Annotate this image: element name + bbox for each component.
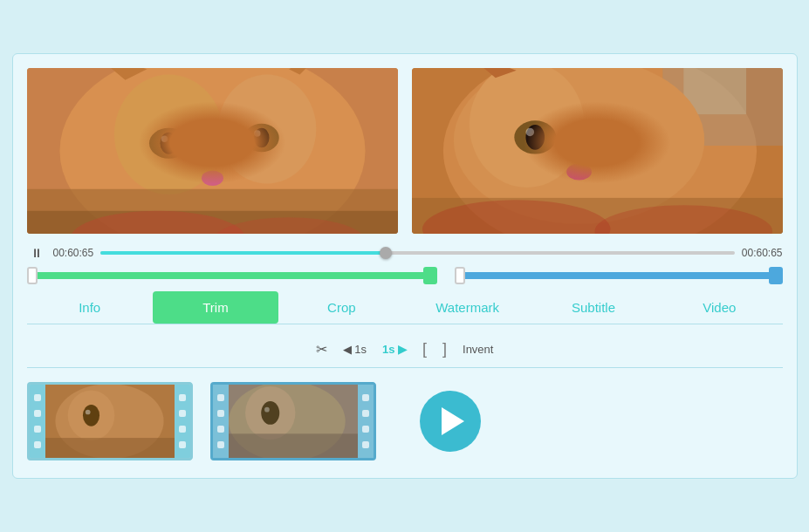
- thumbnail-strip-left: [27, 382, 193, 460]
- film-hole: [217, 426, 224, 433]
- thumbnails-row: [27, 379, 783, 464]
- film-hole: [34, 410, 41, 417]
- tab-crop[interactable]: Crop: [278, 291, 404, 324]
- trim-right-fill: [465, 272, 769, 279]
- time-end-label: 00:60:65: [742, 247, 783, 259]
- video-preview-row: [27, 68, 783, 234]
- timeline-section: ⏸ 00:60:65 00:60:65: [27, 246, 783, 284]
- film-holes-left-right: [175, 385, 190, 458]
- tab-subtitle[interactable]: Subtitle: [531, 291, 656, 324]
- trim-left-start-handle[interactable]: [27, 267, 38, 284]
- cat-image-right: [412, 68, 783, 234]
- film-hole: [362, 426, 369, 433]
- svg-point-5: [243, 124, 278, 153]
- film-holes-left-left: [30, 385, 45, 458]
- film-hole: [362, 394, 369, 401]
- svg-point-9: [254, 130, 261, 137]
- svg-point-2: [114, 75, 223, 195]
- tab-info[interactable]: Info: [27, 291, 153, 324]
- back-1s-button[interactable]: ◀ 1s: [343, 343, 367, 356]
- svg-point-8: [161, 136, 168, 143]
- film-holes-right-right: [358, 385, 374, 458]
- video-preview-right: [412, 68, 783, 234]
- svg-point-4: [149, 128, 189, 159]
- film-hole: [217, 410, 224, 417]
- film-holes-right-left: [213, 385, 229, 458]
- film-hole: [34, 426, 41, 433]
- svg-point-32: [85, 410, 90, 415]
- trim-left-fill: [38, 272, 423, 279]
- video-preview-left: [27, 68, 398, 234]
- pause-button[interactable]: ⏸: [27, 246, 46, 260]
- trim-left-end-handle[interactable]: [423, 267, 437, 284]
- thumbnail-image-right: [229, 385, 358, 458]
- film-hole: [179, 410, 186, 417]
- bracket-close: ]: [442, 340, 447, 358]
- scrubber-row: ⏸ 00:60:65 00:60:65: [27, 246, 783, 260]
- main-container: ⏸ 00:60:65 00:60:65: [12, 53, 798, 479]
- trim-right-start-handle[interactable]: [455, 267, 465, 284]
- thumbnail-image-left: [45, 385, 175, 458]
- thumbnail-strip-right: [210, 382, 376, 460]
- film-hole: [179, 426, 186, 433]
- time-start-label: 00:60:65: [53, 247, 94, 259]
- film-hole: [217, 394, 224, 401]
- tab-video[interactable]: Video: [656, 291, 782, 324]
- svg-point-24: [566, 163, 592, 180]
- back-1s-label: ◀ 1s: [343, 343, 367, 356]
- svg-point-23: [525, 128, 534, 137]
- film-hole: [362, 441, 369, 448]
- invent-label: Invent: [463, 343, 493, 356]
- svg-point-20: [469, 68, 584, 188]
- trim-right-slider: [455, 267, 783, 284]
- svg-point-31: [82, 405, 99, 426]
- trim-right-end-handle[interactable]: [769, 267, 783, 284]
- scrubber-thumb[interactable]: [380, 247, 392, 259]
- svg-point-21: [514, 120, 556, 153]
- scrubber-track[interactable]: [100, 251, 735, 255]
- trim-sliders-row: [27, 267, 783, 284]
- scissors-button[interactable]: ✂: [316, 341, 327, 358]
- svg-point-6: [160, 133, 177, 154]
- trim-left-slider: [27, 267, 437, 284]
- film-hole: [34, 394, 41, 401]
- svg-point-37: [261, 401, 279, 425]
- svg-point-22: [525, 125, 545, 150]
- svg-rect-33: [45, 438, 175, 458]
- tab-watermark[interactable]: Watermark: [404, 291, 530, 324]
- cat-image-left: [27, 68, 398, 234]
- scissors-icon: ✂: [316, 341, 327, 358]
- film-hole: [179, 441, 186, 448]
- film-hole: [34, 441, 41, 448]
- svg-point-7: [254, 128, 270, 148]
- play-icon: [442, 407, 464, 435]
- svg-rect-39: [229, 433, 358, 458]
- invent-button[interactable]: Invent: [463, 343, 493, 356]
- toolbar-row: ✂ ◀ 1s 1s ▶ [ ] Invent: [27, 335, 783, 368]
- film-hole: [362, 410, 369, 417]
- time-badge: 1s ▶: [382, 343, 407, 356]
- scrubber-fill: [100, 251, 386, 255]
- tabs-row: Info Trim Crop Watermark Subtitle Video: [27, 291, 783, 324]
- film-hole: [179, 394, 186, 401]
- svg-point-38: [264, 407, 270, 413]
- tab-trim[interactable]: Trim: [153, 291, 278, 324]
- bracket-open: [: [422, 340, 427, 358]
- film-hole: [217, 441, 224, 448]
- play-button[interactable]: [420, 391, 481, 452]
- svg-point-10: [202, 171, 223, 187]
- svg-point-3: [217, 75, 316, 184]
